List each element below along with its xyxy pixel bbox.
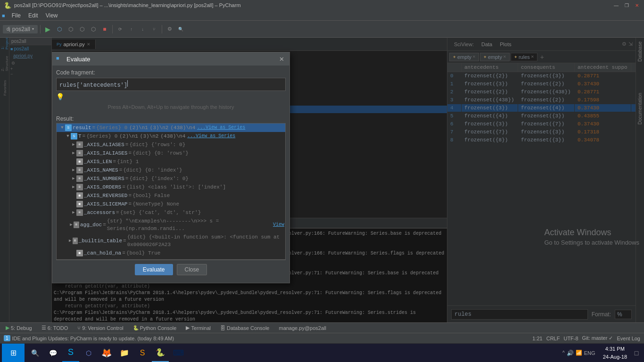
sidebar-project-icon[interactable]: 1: Project	[0, 40, 9, 48]
tab-empty-2-close[interactable]: ✕	[503, 55, 506, 59]
taskbar-cortana[interactable]: 💬	[44, 344, 61, 362]
close-dialog-button[interactable]: Close	[177, 264, 207, 275]
tab-empty-1[interactable]: ✦ empty ✕	[449, 53, 479, 61]
table-row[interactable]: 7 frozenset({7}) frozenset({3}) 0.17318	[447, 128, 636, 136]
table-row[interactable]: 1 frozenset({3}) frozenset({2}) 0.37430	[447, 80, 636, 88]
project-toolbar-btn3[interactable]: −	[10, 72, 50, 76]
vcs-button4[interactable]: ⑂	[149, 24, 159, 34]
status-update-badge[interactable]: 1	[4, 335, 10, 341]
taskbar-search[interactable]: 🔍	[26, 344, 43, 362]
python-console-tab[interactable]: 🐍 Python Console	[129, 324, 181, 332]
notification-center[interactable]: □	[631, 344, 642, 362]
taskbar-pycharm[interactable]: 🐍	[152, 344, 169, 362]
tree-arrow-axis-names[interactable]: ▶	[71, 166, 76, 174]
evaluate-button[interactable]: Evaluate	[135, 264, 173, 275]
tree-row-axis-names[interactable]: ▶ ≡ _AXIS_NAMES = {dict} {0: 'index'}	[57, 166, 285, 174]
add-tab-button[interactable]: +	[538, 53, 546, 61]
run-button[interactable]: ▶	[43, 24, 53, 34]
view-as-series-T[interactable]: ...View as Series	[187, 132, 235, 140]
sidebar-structure-icon[interactable]: Z-Structure	[0, 59, 9, 68]
tree-row-axis-len[interactable]: ■ _AXIS_LEN = {int} 1	[57, 157, 285, 166]
vcs-button2[interactable]: ↑	[126, 24, 137, 34]
tree-row-axis-numbers[interactable]: ▶ ≡ _AXIS_NUMBERS = {dict} {'index': 0}	[57, 174, 285, 183]
table-row[interactable]: 5 frozenset({4}) frozenset({3}) 0.43855	[447, 112, 636, 120]
language-indicator[interactable]: ENG	[584, 350, 595, 356]
run-coverage-button[interactable]: ⬡	[66, 24, 76, 34]
taskbar-powershell[interactable]: ⌨	[170, 344, 187, 362]
taskbar-firefox[interactable]: 🦊	[98, 344, 115, 362]
database-console-tab[interactable]: 🗄 Database Console	[216, 324, 273, 332]
maximize-button[interactable]: ❐	[623, 2, 630, 8]
tab-close-apriori[interactable]: ✕	[87, 42, 91, 47]
tab-apriori-py[interactable]: Py apriori.py ✕	[52, 40, 96, 49]
tree-arrow-axis-ialiases[interactable]: ▶	[71, 149, 76, 157]
version-control-tab[interactable]: ⑂ 9: Version Control	[74, 324, 127, 332]
project-toolbar-btn2[interactable]: +	[10, 66, 50, 71]
tree-arrow-agg-doc[interactable]: ▶	[69, 221, 74, 229]
sciview-settings-icon[interactable]: ⚙	[622, 41, 627, 47]
sciview-expand-icon[interactable]: ⇲	[628, 41, 633, 47]
tree-arrow-result[interactable]: ▼	[59, 124, 65, 132]
tree-arrow-builtin-table[interactable]: ▶	[68, 237, 72, 245]
network-icon[interactable]: 📶	[576, 350, 582, 356]
taskbar-explorer[interactable]: 📁	[116, 344, 133, 362]
tree-row-agg-doc[interactable]: ▶ ≡ agg_doc = {str} "\nExamples\n-------…	[57, 217, 285, 233]
menu-view[interactable]: View	[42, 11, 62, 20]
tab-empty-1-close[interactable]: ✕	[472, 55, 476, 59]
taskbar-discord[interactable]: ⬡	[80, 344, 97, 362]
tree-arrow-accessors[interactable]: ▶	[71, 209, 76, 216]
project-toolbar-btn1[interactable]: ⚙	[10, 60, 50, 66]
tree-arrow-axis-aliases[interactable]: ▶	[71, 141, 76, 148]
table-row[interactable]: 8 frozenset({8}) frozenset({3}) 0.34078	[447, 136, 636, 144]
clock[interactable]: 4:31 PM 24-Aug-18	[599, 345, 631, 361]
close-window-button[interactable]: ✕	[634, 2, 640, 8]
code-fragment-input[interactable]: rules['antecedents']	[56, 78, 286, 91]
documentation-tab[interactable]: Documentation	[636, 89, 644, 128]
view-as-series-result[interactable]: ...View as Series	[197, 124, 245, 132]
tree-row-axis-slicemap[interactable]: ■ _AXIS_SLICEMAP = {NoneType} None	[57, 200, 285, 208]
vcs-button1[interactable]: ⟳	[115, 24, 125, 34]
view-agg-doc[interactable]: View	[273, 221, 284, 229]
terminal-tab[interactable]: ▶ Terminal	[182, 324, 215, 332]
tree-row-axis-orders[interactable]: ▶ ≡ _AXIS_ORDERS = {list} <class 'list'>…	[57, 183, 285, 191]
debug-tab[interactable]: ▶ 5: Debug	[2, 324, 36, 332]
event-log-label[interactable]: Event Log	[617, 336, 640, 341]
start-button[interactable]: ⊞	[2, 344, 25, 362]
table-row[interactable]: 4 frozenset({3}) frozenset({4}) 0.37430	[447, 104, 636, 112]
table-row[interactable]: 3 frozenset({438}) frozenset({2}) 0.1759…	[447, 96, 636, 104]
speaker-icon[interactable]: 🔊	[567, 350, 574, 356]
project-file-apriori[interactable]: apriori.py	[9, 52, 51, 59]
query-input[interactable]	[451, 309, 588, 320]
tree-row-can-hold-na[interactable]: ■ _can_hold_na = {bool} True	[57, 249, 285, 257]
project-selector[interactable]: dj pos2all ▾	[3, 25, 38, 33]
table-row[interactable]: 0 frozenset({2}) frozenset({3}) 0.28771	[447, 72, 636, 80]
menu-edit[interactable]: Edit	[25, 11, 42, 20]
minimize-button[interactable]: —	[613, 2, 619, 8]
search-everywhere[interactable]: 🔍	[176, 24, 186, 34]
tab-rules-close[interactable]: ✕	[531, 55, 534, 59]
table-row[interactable]: 2 frozenset({2}) frozenset({438}) 0.2877…	[447, 88, 636, 96]
tree-arrow-T[interactable]: ▼	[65, 132, 71, 140]
tree-arrow-axis-numbers[interactable]: ▶	[71, 175, 76, 182]
tree-row-builtin-table[interactable]: ▶ ≡ _builtin_table = {dict} {<built-in f…	[57, 233, 285, 249]
database-tab[interactable]: Database	[636, 38, 644, 66]
tree-row-accessors[interactable]: ▶ ≡ _accessors = {set} {'cat', 'dt', 'st…	[57, 208, 285, 217]
table-row[interactable]: 6 frozenset({3}) frozenset({7}) 0.37430	[447, 120, 636, 128]
show-hidden-icons[interactable]: ^	[562, 350, 565, 355]
result-tree[interactable]: ▼ S result = {Series} 0 (2)\n1 (3)\n2 (4…	[56, 123, 286, 260]
tree-row-axis-reversed[interactable]: ■ _AXIS_REVERSED = {bool} False	[57, 191, 285, 200]
sidebar-favorites-icon[interactable]: Favorites	[0, 84, 9, 92]
tree-row-T[interactable]: ▼ S T = {Series} 0 (2)\n1 (3)\n2 (438)\n…	[57, 132, 285, 140]
tree-row-axis-ialiases[interactable]: ▶ ≡ _AXIS_IALIASES = {dict} {0: 'rows'}	[57, 149, 285, 157]
debug-button[interactable]: ⬡	[54, 24, 65, 34]
taskbar-skype[interactable]: S	[62, 344, 79, 362]
tab-plots[interactable]: Plots	[496, 41, 515, 48]
format-input[interactable]	[615, 310, 632, 319]
search-button[interactable]: ⬡	[88, 24, 99, 34]
tab-rules[interactable]: ✦ rules ✕	[511, 53, 537, 61]
tree-row-axis-aliases[interactable]: ▶ ≡ _AXIS_ALIASES = {dict} {'rows': 0}	[57, 140, 285, 149]
profile-button[interactable]: ⬡	[77, 24, 87, 34]
dialog-close-button[interactable]: ✕	[277, 55, 286, 63]
tree-row-result[interactable]: ▼ S result = {Series} 0 (2)\n1 (3)\n2 (4…	[57, 123, 285, 132]
todo-tab[interactable]: ☰ 6: TODO	[38, 324, 72, 332]
